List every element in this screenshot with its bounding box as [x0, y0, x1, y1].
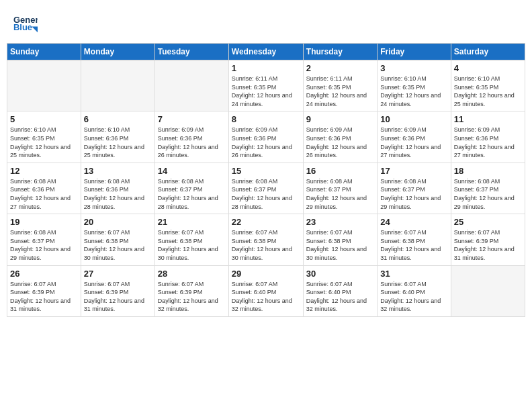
day-number: 25: [454, 217, 522, 227]
calendar-cell: [81, 60, 154, 111]
day-info: Sunrise: 6:10 AM Sunset: 6:35 PM Dayligh…: [10, 126, 78, 159]
day-number: 8: [232, 114, 300, 124]
day-info: Sunrise: 6:07 AM Sunset: 6:38 PM Dayligh…: [380, 228, 447, 262]
calendar-cell: 2Sunrise: 6:11 AM Sunset: 6:35 PM Daylig…: [303, 60, 377, 111]
calendar-cell: 6Sunrise: 6:10 AM Sunset: 6:36 PM Daylig…: [81, 111, 154, 163]
calendar-cell: 5Sunrise: 6:10 AM Sunset: 6:35 PM Daylig…: [7, 111, 81, 163]
day-number: 17: [380, 166, 447, 176]
day-info: Sunrise: 6:08 AM Sunset: 6:37 PM Dayligh…: [454, 177, 522, 211]
day-info: Sunrise: 6:07 AM Sunset: 6:40 PM Dayligh…: [380, 280, 447, 314]
day-number: 31: [380, 269, 447, 279]
calendar-body: 1Sunrise: 6:11 AM Sunset: 6:35 PM Daylig…: [7, 60, 525, 317]
day-info: Sunrise: 6:07 AM Sunset: 6:39 PM Dayligh…: [10, 280, 78, 314]
day-number: 23: [306, 217, 374, 227]
calendar-cell: 24Sunrise: 6:07 AM Sunset: 6:38 PM Dayli…: [378, 214, 451, 265]
day-number: 10: [380, 114, 447, 124]
day-number: 20: [84, 217, 152, 227]
day-info: Sunrise: 6:08 AM Sunset: 6:36 PM Dayligh…: [84, 177, 152, 211]
day-info: Sunrise: 6:07 AM Sunset: 6:38 PM Dayligh…: [158, 228, 226, 262]
day-number: 24: [380, 217, 447, 227]
day-info: Sunrise: 6:07 AM Sunset: 6:38 PM Dayligh…: [306, 228, 374, 262]
day-number: 22: [232, 217, 300, 227]
calendar-week-row: 26Sunrise: 6:07 AM Sunset: 6:39 PM Dayli…: [7, 265, 525, 316]
day-info: Sunrise: 6:09 AM Sunset: 6:36 PM Dayligh…: [306, 126, 374, 159]
calendar-cell: 17Sunrise: 6:08 AM Sunset: 6:37 PM Dayli…: [378, 163, 451, 214]
day-number: 12: [10, 166, 78, 176]
calendar-cell: 20Sunrise: 6:07 AM Sunset: 6:38 PM Dayli…: [81, 214, 154, 265]
calendar-cell: 4Sunrise: 6:10 AM Sunset: 6:35 PM Daylig…: [451, 60, 525, 111]
calendar-cell: 18Sunrise: 6:08 AM Sunset: 6:37 PM Dayli…: [451, 163, 525, 214]
day-number: 28: [158, 269, 226, 279]
day-info: Sunrise: 6:07 AM Sunset: 6:39 PM Dayligh…: [158, 280, 226, 314]
svg-text:Blue: Blue: [13, 22, 32, 32]
day-info: Sunrise: 6:11 AM Sunset: 6:35 PM Dayligh…: [232, 75, 300, 108]
day-number: 15: [232, 166, 300, 176]
calendar-cell: 8Sunrise: 6:09 AM Sunset: 6:36 PM Daylig…: [228, 111, 303, 163]
calendar-cell: 1Sunrise: 6:11 AM Sunset: 6:35 PM Daylig…: [228, 60, 303, 111]
calendar-table: SundayMondayTuesdayWednesdayThursdayFrid…: [7, 43, 525, 317]
weekday-header: Friday: [378, 44, 451, 60]
day-info: Sunrise: 6:11 AM Sunset: 6:35 PM Dayligh…: [306, 75, 374, 108]
page-header: General Blue: [7, 7, 525, 40]
calendar-cell: 23Sunrise: 6:07 AM Sunset: 6:38 PM Dayli…: [303, 214, 377, 265]
day-info: Sunrise: 6:08 AM Sunset: 6:36 PM Dayligh…: [10, 177, 78, 211]
day-number: 26: [10, 269, 78, 279]
day-number: 29: [232, 269, 300, 279]
day-info: Sunrise: 6:10 AM Sunset: 6:36 PM Dayligh…: [84, 126, 152, 159]
calendar-cell: 30Sunrise: 6:07 AM Sunset: 6:40 PM Dayli…: [303, 265, 377, 316]
day-info: Sunrise: 6:07 AM Sunset: 6:40 PM Dayligh…: [232, 280, 300, 314]
day-number: 5: [10, 114, 78, 124]
day-info: Sunrise: 6:10 AM Sunset: 6:35 PM Dayligh…: [454, 75, 522, 108]
day-info: Sunrise: 6:08 AM Sunset: 6:37 PM Dayligh…: [380, 177, 447, 211]
calendar-cell: 3Sunrise: 6:10 AM Sunset: 6:35 PM Daylig…: [378, 60, 451, 111]
day-number: 21: [158, 217, 226, 227]
calendar-week-row: 1Sunrise: 6:11 AM Sunset: 6:35 PM Daylig…: [7, 60, 525, 111]
calendar-cell: 21Sunrise: 6:07 AM Sunset: 6:38 PM Dayli…: [154, 214, 228, 265]
calendar-cell: 9Sunrise: 6:09 AM Sunset: 6:36 PM Daylig…: [303, 111, 377, 163]
calendar-cell: 10Sunrise: 6:09 AM Sunset: 6:36 PM Dayli…: [378, 111, 451, 163]
calendar-week-row: 19Sunrise: 6:08 AM Sunset: 6:37 PM Dayli…: [7, 214, 525, 265]
day-info: Sunrise: 6:07 AM Sunset: 6:39 PM Dayligh…: [84, 280, 152, 314]
calendar-cell: 19Sunrise: 6:08 AM Sunset: 6:37 PM Dayli…: [7, 214, 81, 265]
day-number: 11: [454, 114, 522, 124]
weekday-header: Tuesday: [154, 44, 228, 60]
logo: General Blue: [13, 12, 40, 36]
calendar-cell: 31Sunrise: 6:07 AM Sunset: 6:40 PM Dayli…: [378, 265, 451, 316]
calendar-cell: 15Sunrise: 6:08 AM Sunset: 6:37 PM Dayli…: [228, 163, 303, 214]
logo-icon: General Blue: [13, 12, 38, 36]
day-number: 3: [380, 63, 447, 73]
calendar-cell: 11Sunrise: 6:09 AM Sunset: 6:36 PM Dayli…: [451, 111, 525, 163]
calendar-week-row: 12Sunrise: 6:08 AM Sunset: 6:36 PM Dayli…: [7, 163, 525, 214]
day-info: Sunrise: 6:08 AM Sunset: 6:37 PM Dayligh…: [158, 177, 226, 211]
day-number: 2: [306, 63, 374, 73]
day-number: 18: [454, 166, 522, 176]
calendar-cell: 16Sunrise: 6:08 AM Sunset: 6:37 PM Dayli…: [303, 163, 377, 214]
weekday-header: Wednesday: [228, 44, 303, 60]
day-info: Sunrise: 6:09 AM Sunset: 6:36 PM Dayligh…: [454, 126, 522, 159]
calendar-cell: 29Sunrise: 6:07 AM Sunset: 6:40 PM Dayli…: [228, 265, 303, 316]
calendar-cell: 22Sunrise: 6:07 AM Sunset: 6:38 PM Dayli…: [228, 214, 303, 265]
day-number: 7: [158, 114, 226, 124]
calendar-cell: 12Sunrise: 6:08 AM Sunset: 6:36 PM Dayli…: [7, 163, 81, 214]
day-number: 9: [306, 114, 374, 124]
day-info: Sunrise: 6:10 AM Sunset: 6:35 PM Dayligh…: [380, 75, 447, 108]
day-info: Sunrise: 6:08 AM Sunset: 6:37 PM Dayligh…: [232, 177, 300, 211]
calendar-header-row: SundayMondayTuesdayWednesdayThursdayFrid…: [7, 44, 525, 60]
svg-marker-2: [32, 27, 38, 33]
day-info: Sunrise: 6:08 AM Sunset: 6:37 PM Dayligh…: [10, 228, 78, 262]
day-number: 30: [306, 269, 374, 279]
calendar-cell: [7, 60, 81, 111]
calendar-cell: [451, 265, 525, 316]
day-number: 4: [454, 63, 522, 73]
calendar-cell: 7Sunrise: 6:09 AM Sunset: 6:36 PM Daylig…: [154, 111, 228, 163]
day-info: Sunrise: 6:09 AM Sunset: 6:36 PM Dayligh…: [380, 126, 447, 159]
day-number: 13: [84, 166, 152, 176]
day-number: 16: [306, 166, 374, 176]
calendar-cell: [154, 60, 228, 111]
day-number: 19: [10, 217, 78, 227]
day-info: Sunrise: 6:07 AM Sunset: 6:39 PM Dayligh…: [454, 228, 522, 262]
day-info: Sunrise: 6:09 AM Sunset: 6:36 PM Dayligh…: [232, 126, 300, 159]
day-info: Sunrise: 6:08 AM Sunset: 6:37 PM Dayligh…: [306, 177, 374, 211]
calendar-cell: 13Sunrise: 6:08 AM Sunset: 6:36 PM Dayli…: [81, 163, 154, 214]
day-number: 27: [84, 269, 152, 279]
